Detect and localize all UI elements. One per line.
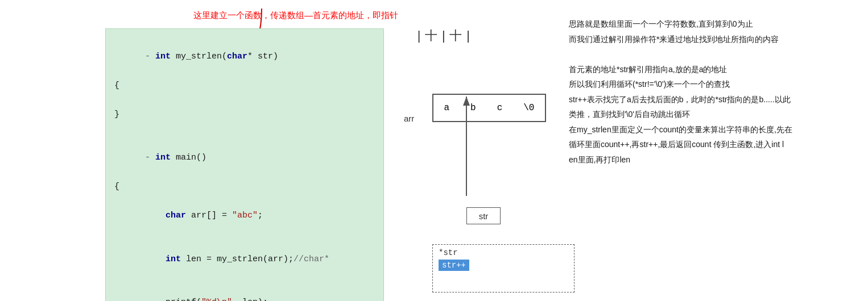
- code-line-8: char arr[] = "abc";: [114, 194, 375, 238]
- int-keyword-3: int: [166, 254, 181, 264]
- comment-char: //char*: [294, 254, 329, 264]
- exp-line-4: 首元素的地址*str解引用指向a,放的是a的地址: [569, 62, 848, 77]
- func-param: * str): [247, 52, 278, 61]
- exp-line-8: 在my_strlen里面定义一个count的变量来算出字符串的长度,先在: [569, 123, 848, 137]
- exp-line-7: 类推，直到找到'\0'后自动跳出循环: [569, 107, 848, 122]
- exp-line-2: 而我们通过解引用操作符*来通过地址找到地址所指向的内容: [569, 32, 848, 47]
- exp-line-1: 思路就是数组里面一个一个字符数数,直到算到\0为止: [569, 17, 848, 31]
- code-line-6: - int main(): [114, 136, 375, 180]
- code-line-7: {: [114, 179, 375, 194]
- str-label: str: [466, 207, 501, 224]
- main-func: main(): [171, 153, 206, 162]
- code-line-4: }: [114, 107, 375, 122]
- char-keyword-2: char: [166, 211, 186, 220]
- cell-a: a: [440, 103, 453, 113]
- code-line-2: {: [114, 78, 375, 93]
- str-plusplus-label: str++: [439, 260, 469, 271]
- cell-c: c: [494, 103, 506, 113]
- exp-line-3: [569, 47, 848, 61]
- printf-args: , len);: [232, 298, 268, 301]
- string-abc: "abc": [232, 211, 258, 220]
- main-container: 这里建立一个函数，传递数组—首元素的地址，即指针 - int my_strlen…: [0, 0, 868, 301]
- brackets-diagram: |十|十|: [415, 27, 474, 44]
- code-line-5: [114, 122, 375, 136]
- printf-call: printf(: [166, 298, 201, 301]
- exp-line-5: 所以我们利用循环(*str!='\0')来一个一个的查找: [569, 77, 848, 91]
- code-line-9: int len = my_strlen(arr);//char*: [114, 237, 375, 281]
- dashed-variable-box: *str str++: [432, 244, 574, 292]
- func-name-1: my_strlen(: [171, 52, 227, 61]
- code-line-3: [114, 93, 375, 107]
- cell-b: b: [467, 103, 480, 113]
- cell-null: \0: [520, 103, 538, 113]
- exp-line-9: 循环里面count++,再str++,最后返回count 传到主函数,进入int…: [569, 137, 848, 152]
- code-line-1: - int my_strlen(char* str): [114, 35, 375, 78]
- exp-line-6: str++表示找完了a后去找后面的b，此时的*str指向的是b.....以此: [569, 93, 848, 107]
- exp-line-10: en里面,再打印len: [569, 153, 848, 167]
- len-decl: len = my_strlen(arr);: [181, 254, 294, 264]
- arr-decl: arr[] =: [186, 211, 232, 220]
- semicolon-1: ;: [258, 211, 263, 220]
- minus-sign: -: [145, 52, 155, 61]
- int-keyword-1: int: [155, 52, 171, 61]
- arr-label: arr: [404, 114, 414, 123]
- code-line-10: printf("%d\n", len);: [114, 281, 375, 302]
- star-str-label: *str: [439, 248, 568, 257]
- format-string: "%d\n": [201, 298, 232, 301]
- minus-sign-2: -: [145, 153, 155, 162]
- code-block: - int my_strlen(char* str) { } - int mai…: [105, 28, 384, 301]
- memory-cells-box: a b c \0: [432, 94, 546, 122]
- char-keyword: char: [227, 52, 247, 61]
- int-keyword-2: int: [155, 153, 171, 162]
- top-annotation: 这里建立一个函数，传递数组—首元素的地址，即指针: [193, 10, 398, 21]
- explanation-section: 思路就是数组里面一个一个字符数数,直到算到\0为止 而我们通过解引用操作符*来通…: [569, 17, 848, 168]
